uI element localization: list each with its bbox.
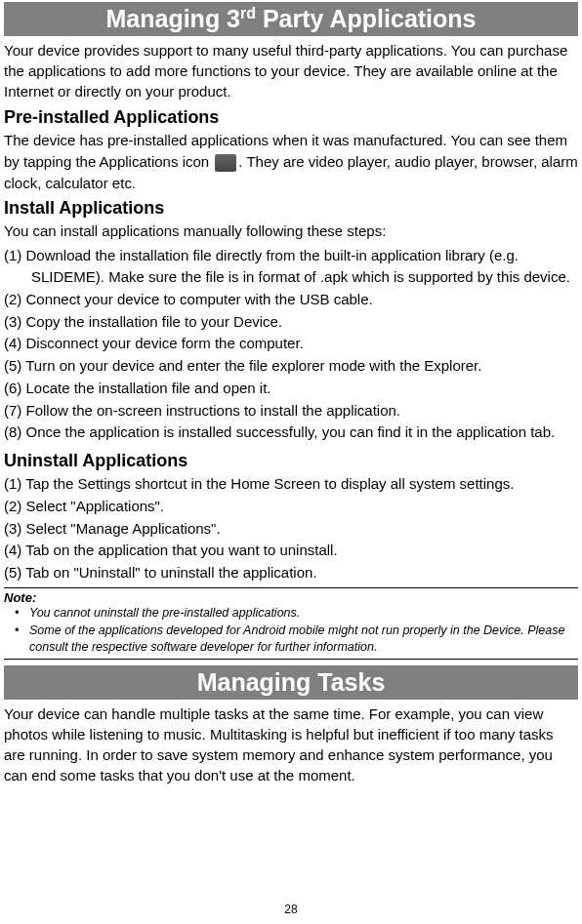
banner1-suffix: Party Applications bbox=[256, 5, 477, 32]
install-steps: (1) Download the installation file direc… bbox=[4, 245, 578, 443]
install-step-6: (6) Locate the installation file and ope… bbox=[4, 378, 578, 399]
uninstall-step-3: (3) Select "Manage Applications". bbox=[4, 518, 578, 540]
banner1-prefix: Managing 3 bbox=[105, 5, 240, 32]
subheading-install: Install Applications bbox=[4, 198, 578, 219]
uninstall-steps: (1) Tap the Settings shortcut in the Hom… bbox=[4, 473, 578, 583]
install-intro: You can install applications manually fo… bbox=[4, 221, 578, 242]
section-banner-1: Managing 3rd Party Applications bbox=[4, 2, 578, 36]
install-step-4: (4) Disconnect your device form the comp… bbox=[4, 333, 578, 354]
section2-intro: Your device can handle multiple tasks at… bbox=[4, 703, 578, 785]
divider-after-note bbox=[4, 659, 578, 660]
uninstall-step-4: (4) Tab on the application that you want… bbox=[4, 540, 578, 561]
section1-intro: Your device provides support to many use… bbox=[4, 40, 578, 101]
divider-before-note bbox=[4, 587, 578, 588]
install-step-2: (2) Connect your device to computer with… bbox=[4, 289, 578, 310]
applications-grid-icon bbox=[215, 154, 236, 172]
uninstall-step-1: (1) Tap the Settings shortcut in the Hom… bbox=[4, 473, 578, 495]
subheading-preinstalled: Pre-installed Applications bbox=[4, 107, 578, 128]
install-step-3: (3) Copy the installation file to your D… bbox=[4, 311, 578, 333]
note-heading: Note: bbox=[4, 590, 578, 605]
install-step-8: (8) Once the application is installed su… bbox=[4, 422, 578, 443]
section-banner-2: Managing Tasks bbox=[4, 665, 578, 700]
install-step-7: (7) Follow the on-screen instructions to… bbox=[4, 400, 578, 422]
note-item-2: Some of the applications developed for A… bbox=[4, 623, 578, 656]
note-list: You cannot uninstall the pre-installed a… bbox=[4, 605, 578, 656]
note-item-1: You cannot uninstall the pre-installed a… bbox=[4, 605, 578, 622]
preinstalled-text: The device has pre-installed application… bbox=[4, 130, 578, 193]
uninstall-step-5: (5) Tab on "Uninstall" to uninstall the … bbox=[4, 562, 578, 583]
subheading-uninstall: Uninstall Applications bbox=[4, 451, 578, 471]
install-step-5: (5) Turn on your device and enter the fi… bbox=[4, 355, 578, 377]
page-number: 28 bbox=[4, 903, 578, 916]
install-step-1: (1) Download the installation file direc… bbox=[4, 245, 578, 288]
uninstall-step-2: (2) Select "Applications". bbox=[4, 496, 578, 517]
banner1-sup: rd bbox=[240, 5, 256, 21]
note-block: Note: You cannot uninstall the pre-insta… bbox=[4, 590, 578, 656]
